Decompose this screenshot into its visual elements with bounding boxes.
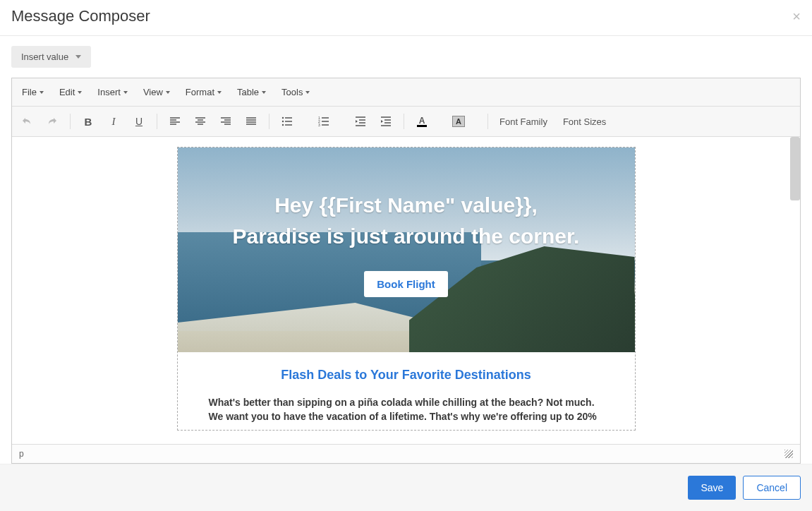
underline-button[interactable]: U [128,111,150,132]
separator [269,114,269,129]
outdent-button[interactable] [350,111,371,132]
email-body: Flash Deals to Your Favorite Destination… [178,352,635,430]
undo-icon [21,116,32,127]
menu-table[interactable]: Table [230,83,273,102]
undo-button[interactable] [16,111,37,132]
caret-down-icon [78,91,82,94]
svg-point-2 [282,124,284,126]
body-line-1: What's better than sipping on a piña col… [209,395,604,409]
editor-canvas[interactable]: Hey {{First Name" value}}, Paradise is j… [12,137,800,444]
caret-down-icon [305,91,310,94]
email-template: Hey {{First Name" value}}, Paradise is j… [177,147,636,431]
indent-icon [380,116,392,127]
align-justify-icon [246,116,257,127]
font-family-dropdown[interactable]: Font Family [495,111,555,132]
svg-text:3: 3 [318,123,320,127]
editor-toolbar: B I U [12,107,800,137]
caret-down-icon [262,91,266,94]
align-justify-button[interactable] [241,111,262,132]
align-left-button[interactable] [164,111,186,132]
menu-tools[interactable]: Tools [274,83,317,102]
align-center-icon [195,116,206,127]
numbered-list-dropdown[interactable] [334,111,346,132]
menu-file[interactable]: File [15,83,51,102]
caret-down-icon [166,91,170,94]
redo-button[interactable] [42,111,63,132]
resize-handle[interactable] [784,450,793,458]
hero-line-2: Paradise is just around the corner. [233,221,580,252]
hero-heading: Hey {{First Name" value}}, Paradise is j… [233,190,580,251]
outdent-icon [355,116,366,127]
align-left-icon [169,116,181,127]
indent-button[interactable] [375,111,396,132]
caret-down-icon [217,91,222,94]
align-right-button[interactable] [215,111,236,132]
menu-insert[interactable]: Insert [90,83,135,102]
background-color-dropdown[interactable] [469,111,480,132]
bullet-list-icon [281,116,293,127]
bullet-list-button[interactable] [277,111,298,132]
numbered-list-icon: 123 [318,116,329,127]
hero-line-1: Hey {{First Name" value}}, [233,190,580,221]
caret-down-icon [123,91,128,94]
scrollbar-thumb[interactable] [790,137,800,200]
hero-section: Hey {{First Name" value}}, Paradise is j… [178,148,635,352]
book-flight-button[interactable]: Book Flight [364,271,448,297]
body-line-2: We want you to have the vacation of a li… [209,409,604,423]
align-center-button[interactable] [190,111,211,132]
svg-point-1 [282,121,284,122]
font-sizes-dropdown[interactable]: Font Sizes [559,111,613,132]
element-path[interactable]: p [19,449,24,459]
background-color-button[interactable]: A [448,111,469,132]
svg-point-0 [282,117,284,119]
modal-footer: Save Cancel [0,464,812,511]
caret-down-icon [40,91,44,94]
bullet-list-dropdown[interactable] [298,111,309,132]
separator [157,114,157,129]
text-color-dropdown[interactable] [432,111,444,132]
modal-title: Message Composer [11,7,150,25]
menu-edit[interactable]: Edit [52,83,89,102]
deals-title: Flash Deals to Your Favorite Destination… [203,368,610,383]
modal-header: Message Composer × [0,0,812,36]
align-right-icon [220,116,231,127]
save-button[interactable]: Save [688,476,736,500]
message-composer-modal: Message Composer × Insert value File Edi… [0,0,812,511]
insert-value-button[interactable]: Insert value [11,46,91,68]
text-color-button[interactable]: A [411,111,432,132]
separator [487,114,488,129]
bold-button[interactable]: B [78,111,99,132]
separator [70,114,71,129]
editor-statusbar: p [12,444,800,463]
italic-button[interactable]: I [103,111,124,132]
caret-down-icon [75,55,81,59]
redo-icon [47,116,58,127]
menu-format[interactable]: Format [178,83,229,102]
menu-view[interactable]: View [136,83,177,102]
numbered-list-button[interactable]: 123 [313,111,334,132]
cancel-button[interactable]: Cancel [743,476,801,500]
insert-value-bar: Insert value [0,36,812,78]
editor-container: File Edit Insert View Format Table Tools… [11,78,801,464]
close-icon[interactable]: × [792,8,801,25]
body-text: What's better than sipping on a piña col… [203,395,610,424]
insert-value-label: Insert value [21,52,68,62]
editor-menubar: File Edit Insert View Format Table Tools [12,78,800,107]
separator [404,114,404,129]
